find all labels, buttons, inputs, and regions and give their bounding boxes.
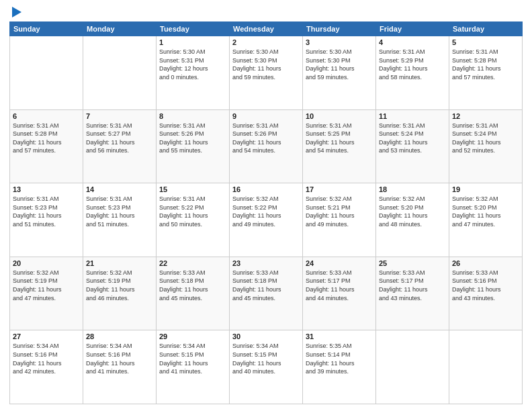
page: SundayMondayTuesdayWednesdayThursdayFrid…	[0, 0, 532, 411]
day-number: 1	[159, 38, 226, 46]
calendar-cell: 29Sunrise: 5:34 AM Sunset: 5:15 PM Dayli…	[157, 330, 230, 404]
day-number: 14	[86, 185, 153, 193]
day-number: 15	[159, 185, 226, 193]
calendar-cell	[83, 36, 157, 110]
svg-marker-0	[12, 7, 21, 17]
day-info: Sunrise: 5:33 AM Sunset: 5:16 PM Dayligh…	[452, 269, 519, 302]
calendar-cell: 11Sunrise: 5:31 AM Sunset: 5:24 PM Dayli…	[376, 109, 449, 183]
day-number: 24	[306, 259, 373, 267]
day-number: 10	[306, 112, 373, 120]
day-number: 31	[306, 332, 373, 340]
calendar-cell: 27Sunrise: 5:34 AM Sunset: 5:16 PM Dayli…	[10, 330, 83, 404]
day-info: Sunrise: 5:34 AM Sunset: 5:15 PM Dayligh…	[159, 342, 226, 375]
calendar-header-row: SundayMondayTuesdayWednesdayThursdayFrid…	[10, 22, 523, 36]
calendar-cell: 24Sunrise: 5:33 AM Sunset: 5:17 PM Dayli…	[303, 257, 376, 330]
day-number: 12	[452, 112, 519, 120]
calendar-cell: 5Sunrise: 5:31 AM Sunset: 5:28 PM Daylig…	[449, 36, 523, 110]
day-info: Sunrise: 5:31 AM Sunset: 5:25 PM Dayligh…	[306, 122, 373, 155]
calendar-week-row: 20Sunrise: 5:32 AM Sunset: 5:19 PM Dayli…	[10, 257, 523, 330]
calendar-cell: 21Sunrise: 5:32 AM Sunset: 5:19 PM Dayli…	[83, 257, 157, 330]
day-number: 9	[232, 112, 300, 120]
calendar-cell: 4Sunrise: 5:31 AM Sunset: 5:29 PM Daylig…	[376, 36, 449, 110]
day-number: 3	[306, 38, 373, 46]
calendar-cell: 9Sunrise: 5:31 AM Sunset: 5:26 PM Daylig…	[230, 109, 303, 183]
day-number: 20	[13, 259, 80, 267]
day-info: Sunrise: 5:31 AM Sunset: 5:26 PM Dayligh…	[159, 122, 226, 155]
calendar-cell	[10, 36, 83, 110]
day-number: 22	[159, 259, 226, 267]
day-info: Sunrise: 5:35 AM Sunset: 5:14 PM Dayligh…	[306, 342, 373, 375]
weekday-header-tuesday: Tuesday	[157, 22, 230, 36]
day-info: Sunrise: 5:31 AM Sunset: 5:23 PM Dayligh…	[13, 195, 80, 228]
calendar-cell: 25Sunrise: 5:33 AM Sunset: 5:17 PM Dayli…	[376, 257, 449, 330]
weekday-header-saturday: Saturday	[449, 22, 523, 36]
day-info: Sunrise: 5:32 AM Sunset: 5:20 PM Dayligh…	[379, 195, 446, 228]
day-number: 6	[13, 112, 80, 120]
header	[9, 7, 523, 19]
calendar-cell: 20Sunrise: 5:32 AM Sunset: 5:19 PM Dayli…	[10, 257, 83, 330]
day-info: Sunrise: 5:31 AM Sunset: 5:22 PM Dayligh…	[159, 195, 226, 228]
calendar-table: SundayMondayTuesdayWednesdayThursdayFrid…	[9, 21, 523, 404]
day-number: 17	[306, 185, 373, 193]
day-info: Sunrise: 5:31 AM Sunset: 5:23 PM Dayligh…	[86, 195, 153, 228]
day-info: Sunrise: 5:30 AM Sunset: 5:30 PM Dayligh…	[306, 48, 373, 81]
day-info: Sunrise: 5:32 AM Sunset: 5:21 PM Dayligh…	[306, 195, 373, 228]
calendar-cell: 13Sunrise: 5:31 AM Sunset: 5:23 PM Dayli…	[10, 183, 83, 257]
weekday-header-friday: Friday	[376, 22, 449, 36]
day-number: 4	[379, 38, 446, 46]
calendar-cell: 26Sunrise: 5:33 AM Sunset: 5:16 PM Dayli…	[449, 257, 523, 330]
day-info: Sunrise: 5:32 AM Sunset: 5:19 PM Dayligh…	[86, 269, 153, 302]
day-number: 8	[159, 112, 226, 120]
day-info: Sunrise: 5:33 AM Sunset: 5:18 PM Dayligh…	[232, 269, 300, 302]
weekday-header-sunday: Sunday	[10, 22, 83, 36]
weekday-header-thursday: Thursday	[303, 22, 376, 36]
calendar-cell: 14Sunrise: 5:31 AM Sunset: 5:23 PM Dayli…	[83, 183, 157, 257]
day-number: 27	[13, 332, 80, 340]
logo	[9, 7, 23, 19]
day-info: Sunrise: 5:32 AM Sunset: 5:22 PM Dayligh…	[232, 195, 300, 228]
logo-flag-icon	[11, 7, 23, 20]
calendar-cell: 3Sunrise: 5:30 AM Sunset: 5:30 PM Daylig…	[303, 36, 376, 110]
calendar-cell: 2Sunrise: 5:30 AM Sunset: 5:30 PM Daylig…	[230, 36, 303, 110]
calendar-cell: 23Sunrise: 5:33 AM Sunset: 5:18 PM Dayli…	[230, 257, 303, 330]
day-info: Sunrise: 5:31 AM Sunset: 5:27 PM Dayligh…	[86, 122, 153, 155]
calendar-cell	[449, 330, 523, 404]
calendar-cell: 28Sunrise: 5:34 AM Sunset: 5:16 PM Dayli…	[83, 330, 157, 404]
day-number: 21	[86, 259, 153, 267]
day-number: 2	[232, 38, 300, 46]
calendar-cell	[376, 330, 449, 404]
day-number: 29	[159, 332, 226, 340]
day-info: Sunrise: 5:34 AM Sunset: 5:15 PM Dayligh…	[232, 342, 300, 375]
calendar-cell: 8Sunrise: 5:31 AM Sunset: 5:26 PM Daylig…	[157, 109, 230, 183]
day-number: 28	[86, 332, 153, 340]
day-info: Sunrise: 5:33 AM Sunset: 5:17 PM Dayligh…	[306, 269, 373, 302]
day-number: 5	[452, 38, 519, 46]
calendar-cell: 10Sunrise: 5:31 AM Sunset: 5:25 PM Dayli…	[303, 109, 376, 183]
calendar-cell: 19Sunrise: 5:32 AM Sunset: 5:20 PM Dayli…	[449, 183, 523, 257]
calendar-cell: 15Sunrise: 5:31 AM Sunset: 5:22 PM Dayli…	[157, 183, 230, 257]
calendar-cell: 22Sunrise: 5:33 AM Sunset: 5:18 PM Dayli…	[157, 257, 230, 330]
day-info: Sunrise: 5:30 AM Sunset: 5:30 PM Dayligh…	[232, 48, 300, 81]
calendar-cell: 12Sunrise: 5:31 AM Sunset: 5:24 PM Dayli…	[449, 109, 523, 183]
calendar-week-row: 27Sunrise: 5:34 AM Sunset: 5:16 PM Dayli…	[10, 330, 523, 404]
day-number: 16	[232, 185, 300, 193]
day-number: 18	[379, 185, 446, 193]
day-number: 25	[379, 259, 446, 267]
day-number: 7	[86, 112, 153, 120]
day-info: Sunrise: 5:31 AM Sunset: 5:26 PM Dayligh…	[232, 122, 300, 155]
day-info: Sunrise: 5:32 AM Sunset: 5:20 PM Dayligh…	[452, 195, 519, 228]
day-info: Sunrise: 5:34 AM Sunset: 5:16 PM Dayligh…	[86, 342, 153, 375]
day-info: Sunrise: 5:32 AM Sunset: 5:19 PM Dayligh…	[13, 269, 80, 302]
day-number: 19	[452, 185, 519, 193]
day-number: 23	[232, 259, 300, 267]
day-info: Sunrise: 5:31 AM Sunset: 5:28 PM Dayligh…	[452, 48, 519, 81]
day-info: Sunrise: 5:30 AM Sunset: 5:31 PM Dayligh…	[159, 48, 226, 81]
calendar-week-row: 1Sunrise: 5:30 AM Sunset: 5:31 PM Daylig…	[10, 36, 523, 110]
day-info: Sunrise: 5:31 AM Sunset: 5:29 PM Dayligh…	[379, 48, 446, 81]
calendar-cell: 6Sunrise: 5:31 AM Sunset: 5:28 PM Daylig…	[10, 109, 83, 183]
calendar-cell: 1Sunrise: 5:30 AM Sunset: 5:31 PM Daylig…	[157, 36, 230, 110]
calendar-cell: 30Sunrise: 5:34 AM Sunset: 5:15 PM Dayli…	[230, 330, 303, 404]
calendar-cell: 16Sunrise: 5:32 AM Sunset: 5:22 PM Dayli…	[230, 183, 303, 257]
calendar-cell: 18Sunrise: 5:32 AM Sunset: 5:20 PM Dayli…	[376, 183, 449, 257]
weekday-header-monday: Monday	[83, 22, 157, 36]
